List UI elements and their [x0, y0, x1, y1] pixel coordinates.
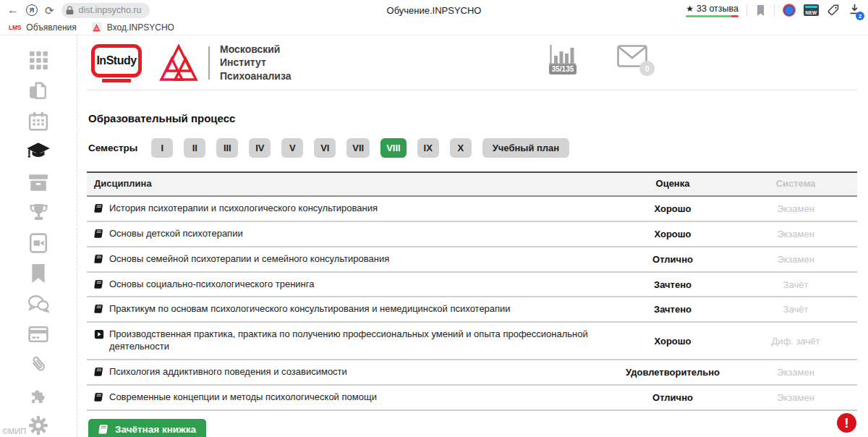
documents-icon [28, 81, 48, 101]
semester-tab-iii[interactable]: III [216, 138, 238, 158]
sidebar-item-extensions[interactable] [26, 384, 51, 405]
disciplines-table-body: История психотерапии и психологического … [87, 197, 857, 411]
grade-value: Отлично [611, 386, 734, 409]
table-row[interactable]: Основы социально-психологического тренин… [87, 273, 857, 298]
gradebook-button[interactable]: Зачётная книжка [88, 419, 206, 437]
grading-system: Зачёт [734, 298, 857, 321]
play-video-icon [94, 329, 104, 339]
table-header: Дисциплина Оценка Система [87, 171, 857, 197]
paperclip-icon [29, 355, 48, 374]
archive-box-icon [28, 173, 48, 192]
semester-tab-учебный-план[interactable]: Учебный план [482, 138, 569, 158]
semester-tab-vii[interactable]: VII [346, 138, 370, 158]
semester-tab-viii[interactable]: VIII [380, 138, 407, 158]
book-icon [94, 367, 104, 377]
main-content: InStudy Московский Институт Психоанализа… [77, 35, 868, 437]
back-icon[interactable]: ← [7, 4, 19, 16]
bar-chart-icon [548, 43, 577, 67]
grade-value: Хорошо [611, 198, 734, 220]
table-row[interactable]: История психотерапии и психологического … [87, 197, 857, 222]
semester-tab-i[interactable]: I [151, 138, 173, 158]
gradebook-button-label: Зачётная книжка [115, 424, 196, 435]
grade-value: Удовлетворительно [611, 361, 734, 383]
new-badge: NEW [805, 10, 817, 16]
sidebar-item-apps[interactable] [26, 50, 51, 71]
discipline-name: Основы социально-психологического тренин… [109, 279, 314, 291]
table-row[interactable]: Основы детской психотерапии Хорошо Экзам… [87, 222, 857, 247]
sidebar-item-payments[interactable] [26, 323, 51, 344]
sidebar-item-bookmarks[interactable] [26, 263, 51, 284]
column-system: Система [734, 173, 857, 195]
table-row[interactable]: Производственная практика, практика по п… [87, 323, 857, 360]
bookmark-login-inpsycho[interactable]: Вход.INPSYCHO [107, 22, 174, 33]
book-icon [94, 203, 104, 213]
table-row[interactable]: Психология аддиктивного поведения и соза… [87, 360, 857, 386]
bookmark-flag-icon[interactable] [755, 4, 766, 17]
url-text: dist.inpsycho.ru [79, 5, 142, 15]
sidebar-item-attachments[interactable] [26, 354, 51, 375]
column-discipline: Дисциплина [87, 173, 611, 195]
instudy-logo[interactable]: InStudy [91, 44, 142, 77]
copyright-label: ©МИП [2, 427, 26, 436]
extension-new-icon[interactable]: NEW [804, 4, 819, 16]
sidebar-item-video-lessons[interactable] [26, 232, 51, 253]
sidebar-item-settings[interactable] [26, 415, 51, 436]
discipline-name: Производственная практика, практика по п… [109, 328, 604, 353]
semester-tab-v[interactable]: V [281, 138, 303, 158]
table-row[interactable]: Современные концепции и методы психологи… [87, 386, 857, 411]
semester-row: Семестры IIIIIIIVVVIVIIVIIIIXXУчебный пл… [88, 138, 857, 158]
credit-card-icon [28, 326, 48, 343]
video-file-icon [29, 233, 48, 253]
book-icon [94, 279, 104, 289]
sidebar-item-awards[interactable] [26, 202, 51, 223]
semester-tab-ii[interactable]: II [184, 138, 205, 158]
book-icon [98, 424, 109, 435]
grading-system: Экзамен [734, 198, 857, 220]
column-grade: Оценка [611, 173, 734, 195]
semester-tab-iv[interactable]: IV [249, 138, 271, 158]
logo-divider [208, 46, 210, 80]
semester-tab-x[interactable]: X [450, 138, 472, 158]
progress-badge: 35/135 [549, 64, 577, 75]
browser-profile-icon[interactable]: Я [26, 4, 38, 16]
chat-bubbles-icon [27, 294, 49, 313]
table-row[interactable]: Основы семейной психотерапии и семейного… [87, 247, 857, 273]
grade-value: Хорошо [611, 223, 734, 245]
bookmark-announcements[interactable]: Объявления [26, 22, 76, 33]
semester-tabs: IIIIIIIVVVIVIIVIIIIXXУчебный план [151, 138, 569, 158]
sidebar-item-schedule[interactable] [26, 111, 51, 132]
institute-line: Институт [220, 56, 292, 69]
mail-widget[interactable]: 0 [617, 45, 647, 70]
gear-icon [28, 415, 48, 436]
sidebar-item-archive[interactable] [26, 171, 51, 192]
discipline-name: Основы семейной психотерапии и семейного… [109, 253, 389, 266]
tag-extension-icon[interactable] [827, 4, 841, 17]
instudy-logo-text: InStudy [96, 54, 136, 67]
semester-tab-vi[interactable]: VI [314, 138, 336, 158]
sidebar: ©МИП [0, 35, 77, 437]
reviews-widget[interactable]: ★ 33 отзыва [686, 4, 739, 17]
grade-value: Зачтено [611, 273, 734, 296]
progress-stats[interactable]: 35/135 [548, 43, 577, 75]
page-title: Образовательный процесс [88, 112, 857, 124]
sidebar-item-documents[interactable] [26, 80, 51, 101]
mail-count-badge: 0 [639, 61, 655, 76]
grading-system: Экзамен [734, 361, 857, 383]
bookmarks-bar: LMS Объявления Вход.INPSYCHO [0, 20, 868, 35]
grading-system: Диф. зачёт [734, 330, 857, 352]
reload-icon[interactable]: ⟳ [45, 5, 54, 16]
extension-browser-icon[interactable] [783, 4, 796, 17]
discipline-name: Практикум по основам психологического ко… [109, 303, 511, 315]
divider [746, 4, 747, 16]
grading-system: Экзамен [734, 248, 857, 271]
address-bar[interactable]: dist.inpsycho.ru [61, 3, 150, 18]
alert-icon[interactable]: ! [837, 413, 856, 433]
institute-name: Московский Институт Психоанализа [220, 43, 292, 82]
alert-glyph: ! [844, 415, 848, 431]
sidebar-item-messages[interactable] [26, 293, 51, 314]
semester-tab-ix[interactable]: IX [417, 138, 439, 158]
table-row[interactable]: Практикум по основам психологического ко… [87, 297, 857, 323]
sidebar-item-education[interactable] [26, 141, 51, 162]
grading-system: Экзамен [734, 386, 857, 409]
downloads-icon[interactable]: 2 [848, 3, 861, 17]
